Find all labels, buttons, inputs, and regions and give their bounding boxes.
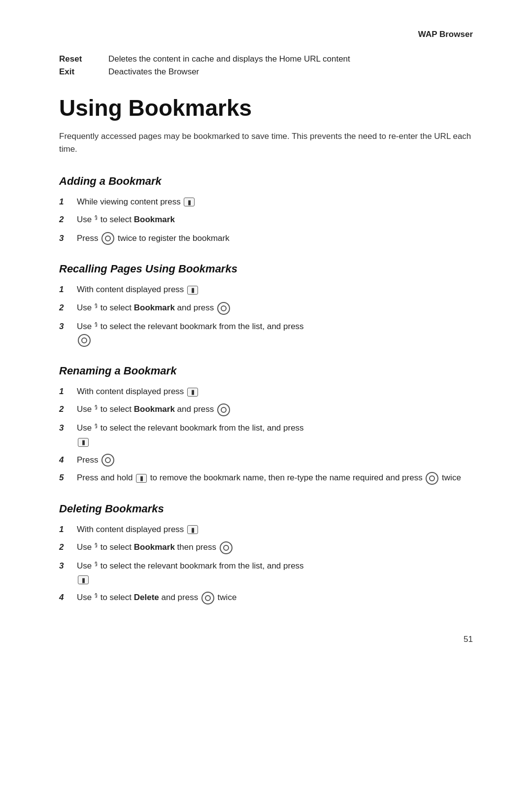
step-renaming-3: 3 Use ᵌ̂ to select the relevant bookmark…	[59, 422, 473, 448]
scroll-icon: ᵌ	[95, 560, 98, 573]
section-deleting: Deleting Bookmarks 1 With content displa…	[59, 502, 473, 605]
circle-ok-icon	[101, 454, 114, 467]
scroll-icon: ᵌ	[95, 320, 98, 334]
term-exit: Exit	[59, 67, 108, 77]
step-content: With content displayed press ▮	[77, 385, 473, 398]
circle-ok-icon	[217, 302, 230, 315]
scroll-icon: ᵌ	[95, 213, 98, 227]
step-content: With content displayed press ▮	[77, 283, 473, 296]
step-adding-3: 3 Press twice to register the bookmark	[59, 232, 473, 245]
menu-key-icon: ▮	[136, 474, 147, 483]
step-renaming-5: 5 Press and hold ▮ to remove the bookmar…	[59, 471, 473, 485]
step-num: 3	[59, 320, 77, 333]
section-adding: Adding a Bookmark 1 While viewing conten…	[59, 175, 473, 245]
step-num: 2	[59, 541, 77, 554]
step-adding-1: 1 While viewing content press ▮	[59, 196, 473, 208]
steps-renaming: 1 With content displayed press ▮ 2 Use ᵌ…	[59, 385, 473, 485]
step-num: 4	[59, 591, 77, 604]
def-reset: Deletes the content in cache and display…	[108, 54, 473, 64]
step-num: 1	[59, 283, 77, 296]
step-deleting-4: 4 Use ᵌ̂ to select Delete and press twic…	[59, 591, 473, 605]
menu-key-icon: ▮	[187, 525, 198, 534]
step-content: Press and hold ▮ to remove the bookmark …	[77, 471, 473, 485]
step-content: Use ᵌ̂ to select Bookmark and press	[77, 302, 473, 315]
scroll-icon: ᵌ	[95, 403, 98, 417]
step-renaming-2: 2 Use ᵌ̂ to select Bookmark and press	[59, 403, 473, 417]
step-num: 2	[59, 302, 77, 314]
key-term-row-reset: Reset Deletes the content in cache and d…	[59, 54, 473, 64]
step-num: 3	[59, 232, 77, 245]
section-title-renaming: Renaming a Bookmark	[59, 365, 473, 377]
step-content: Use ᵌ̂ to select Delete and press twice	[77, 591, 473, 605]
step-content: Use ᵌ̂ to select Bookmark	[77, 213, 473, 227]
step-content: Use ᵌ̂ to select the relevant bookmark f…	[77, 422, 473, 448]
step-content: Use ᵌ̂ to select Bookmark then press	[77, 541, 473, 555]
step-num: 1	[59, 196, 77, 208]
step-recalling-1: 1 With content displayed press ▮	[59, 283, 473, 296]
step-recalling-3: 3 Use ᵌ̂ to select the relevant bookmark…	[59, 320, 473, 347]
step-num: 3	[59, 560, 77, 572]
steps-deleting: 1 With content displayed press ▮ 2 Use ᵌ…	[59, 523, 473, 605]
menu-key-icon: ▮	[78, 575, 89, 584]
step-renaming-4: 4 Press	[59, 454, 473, 467]
key-term-row-exit: Exit Deactivates the Browser	[59, 67, 473, 77]
page-title: Using Bookmarks	[59, 95, 473, 121]
circle-ok-icon	[217, 403, 230, 416]
step-num: 1	[59, 523, 77, 536]
section-title-deleting: Deleting Bookmarks	[59, 502, 473, 515]
step-num: 2	[59, 213, 77, 226]
step-num: 4	[59, 454, 77, 467]
step-content: Use ᵌ̂ to select the relevant bookmark f…	[77, 560, 473, 586]
circle-ok-icon	[201, 592, 214, 604]
circle-ok-icon	[78, 334, 91, 347]
scroll-icon: ᵌ	[95, 541, 98, 555]
step-num: 2	[59, 403, 77, 416]
menu-key-icon: ▮	[187, 388, 198, 397]
step-deleting-3: 3 Use ᵌ̂ to select the relevant bookmark…	[59, 560, 473, 586]
steps-adding: 1 While viewing content press ▮ 2 Use ᵌ̂…	[59, 196, 473, 245]
def-exit: Deactivates the Browser	[108, 67, 473, 77]
step-content: With content displayed press ▮	[77, 523, 473, 536]
scroll-icon: ᵌ	[95, 591, 98, 605]
steps-recalling: 1 With content displayed press ▮ 2 Use ᵌ…	[59, 283, 473, 347]
circle-ok-icon	[101, 232, 114, 245]
term-reset: Reset	[59, 54, 108, 64]
menu-key-icon: ▮	[184, 198, 195, 206]
step-deleting-2: 2 Use ᵌ̂ to select Bookmark then press	[59, 541, 473, 555]
section-title-recalling: Recalling Pages Using Bookmarks	[59, 263, 473, 275]
section-renaming: Renaming a Bookmark 1 With content displ…	[59, 365, 473, 485]
scroll-icon: ᵌ	[95, 422, 98, 436]
key-terms-table: Reset Deletes the content in cache and d…	[59, 54, 473, 77]
step-content: Use ᵌ̂ to select the relevant bookmark f…	[77, 320, 473, 347]
intro-text: Frequently accessed pages may be bookmar…	[59, 130, 473, 156]
step-renaming-1: 1 With content displayed press ▮	[59, 385, 473, 398]
step-adding-2: 2 Use ᵌ̂ to select Bookmark	[59, 213, 473, 227]
page-header: WAP Browser	[59, 30, 473, 39]
step-deleting-1: 1 With content displayed press ▮	[59, 523, 473, 536]
step-content: While viewing content press ▮	[77, 196, 473, 208]
step-recalling-2: 2 Use ᵌ̂ to select Bookmark and press	[59, 302, 473, 315]
scroll-icon: ᵌ	[95, 302, 98, 315]
section-title-adding: Adding a Bookmark	[59, 175, 473, 188]
page-number: 51	[59, 635, 473, 644]
step-num: 1	[59, 385, 77, 398]
circle-ok-icon	[220, 541, 233, 554]
step-content: Press	[77, 454, 473, 467]
circle-ok-icon	[426, 472, 438, 485]
step-content: Press twice to register the bookmark	[77, 232, 473, 245]
section-recalling: Recalling Pages Using Bookmarks 1 With c…	[59, 263, 473, 347]
step-content: Use ᵌ̂ to select Bookmark and press	[77, 403, 473, 417]
step-num: 3	[59, 422, 77, 435]
menu-key-icon: ▮	[78, 438, 89, 447]
step-num: 5	[59, 471, 77, 484]
menu-key-icon: ▮	[187, 286, 198, 295]
